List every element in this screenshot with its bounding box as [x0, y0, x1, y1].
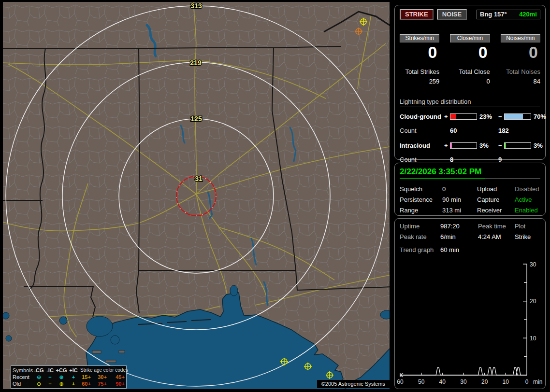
y-tick-10: 10: [530, 335, 536, 342]
y-tick-20: 20: [530, 298, 536, 305]
status-panel: 2/22/2026 3:35:02 PM Squelch 0 Upload Di…: [394, 163, 546, 216]
age-code-30: 30+: [93, 374, 111, 380]
cg-count-label: Count: [400, 127, 450, 134]
minus-icon: −: [45, 380, 55, 387]
circle-minus-icon: ⊖: [33, 374, 45, 380]
persistence-value: 90 min: [442, 196, 477, 203]
cg-positive-bar-fill: [450, 114, 456, 119]
age-code-60: 60+: [79, 380, 93, 387]
ic-negative-count: 9: [498, 156, 540, 163]
receiver-status: Enabled: [515, 207, 540, 214]
close-per-min-button[interactable]: Close/min: [450, 34, 490, 42]
age-code-90: 90+: [111, 380, 129, 387]
legend-col-pos-cg: +CG: [55, 367, 68, 374]
circle-plus-icon: ⊕: [55, 374, 68, 380]
squelch-value: 0: [442, 185, 477, 193]
intracloud-label: Intracloud: [400, 142, 444, 149]
app-window: 313 219 125 31: [0, 0, 550, 392]
uptime-label: Uptime: [400, 223, 440, 230]
trend-panel: Uptime 987:20 Peak time Plot Peak rate 6…: [394, 218, 546, 389]
datetime-display: 2/22/2026 3:35:02 PM: [400, 167, 485, 179]
circle-plus-icon: ⊕: [55, 380, 68, 387]
strike-toggle-button[interactable]: STRIKE: [400, 9, 434, 20]
y-tick-30: 30: [530, 261, 536, 268]
symbols-legend: Symbols -CG -IC +CG +IC Strike age color…: [11, 365, 127, 389]
plus-icon: +: [68, 380, 79, 387]
cg-negative-count: 182: [498, 127, 540, 134]
cg-positive-count: 60: [450, 127, 498, 134]
x-tick-30: 30: [460, 378, 467, 385]
x-tick-0: 0: [525, 378, 529, 385]
minus-sign: −: [498, 113, 504, 120]
plus-icon: +: [68, 374, 79, 380]
total-strikes-label: Total Strikes: [400, 68, 439, 75]
cg-negative-bar-fill: [505, 114, 523, 119]
legend-col-neg-cg: -CG: [33, 367, 45, 374]
x-tick-10: 10: [503, 378, 509, 385]
total-close-label: Total Close: [450, 68, 490, 75]
minus-icon: −: [45, 374, 55, 380]
legend-col-neg-ic: -IC: [45, 367, 55, 374]
ring-label-219: 219: [190, 59, 202, 67]
total-close-value: 0: [450, 78, 490, 85]
x-axis-unit: min: [533, 378, 542, 385]
trend-graph-label: Trend graph: [400, 246, 440, 253]
noises-per-min-button[interactable]: Noises/min: [501, 34, 540, 42]
map-canvas: 313 219 125 31: [3, 2, 390, 389]
bearing-value: Bng 157°: [480, 11, 507, 18]
upload-label: Upload: [477, 185, 515, 193]
close-per-min-value: 0: [450, 44, 490, 60]
capture-label: Capture: [477, 196, 515, 203]
receiver-label: Receiver: [477, 207, 515, 214]
x-tick-40: 40: [439, 378, 446, 385]
peak-time-label: Peak time: [478, 223, 515, 230]
ring-label-125: 125: [190, 115, 202, 123]
cg-positive-pct: 23%: [477, 113, 498, 120]
peak-time-value: 4:24 AM: [478, 233, 515, 240]
ic-positive-pct: 3%: [477, 142, 498, 149]
lightning-map[interactable]: 313 219 125 31: [3, 2, 390, 389]
ic-negative-bar: [504, 142, 531, 149]
range-label: Range: [400, 207, 442, 214]
plus-sign: +: [444, 142, 450, 149]
legend-age-header: Strike age color codes: [79, 367, 129, 374]
counters-panel: STRIKE NOISE Bng 157° 420mi Strikes/min …: [394, 5, 546, 160]
capture-status: Active: [515, 196, 540, 203]
cg-positive-bar: [450, 113, 477, 120]
ic-positive-bar-fill: [450, 143, 452, 148]
circle-minus-icon: ⊖: [33, 380, 45, 387]
ring-label-313: 313: [190, 2, 202, 10]
legend-recent-label: Recent: [13, 374, 33, 380]
ic-negative-pct: 3%: [531, 142, 550, 149]
cg-negative-bar: [504, 113, 531, 120]
x-tick-50: 50: [418, 378, 425, 385]
peak-rate-value: 6/min: [440, 233, 478, 240]
bearing-readout: Bng 157° 420mi: [477, 10, 540, 19]
noises-per-min-value: 0: [501, 44, 540, 60]
minus-sign: −: [498, 142, 504, 149]
x-tick-60: 60: [397, 378, 404, 385]
cg-negative-pct: 70%: [531, 113, 550, 120]
uptime-value: 987:20: [440, 223, 478, 230]
strikes-per-min-value: 0: [400, 44, 439, 60]
strikes-per-min-button[interactable]: Strikes/min: [400, 34, 439, 42]
legend-old-label: Old: [13, 380, 33, 387]
total-noises-label: Total Noises: [501, 68, 540, 75]
age-code-15: 15+: [79, 374, 93, 380]
noise-toggle-button[interactable]: NOISE: [437, 9, 467, 20]
legend-col-pos-ic: +IC: [68, 367, 79, 374]
plus-sign: +: [444, 113, 450, 120]
x-tick-20: 20: [481, 378, 488, 385]
legend-symbols-header: Symbols: [13, 367, 33, 374]
ring-label-31: 31: [195, 175, 203, 182]
plot-value: Strike: [515, 233, 540, 240]
upload-status: Disabled: [515, 185, 540, 193]
bearing-distance: 420mi: [519, 11, 537, 18]
persistence-label: Persistence: [400, 196, 442, 203]
cloud-ground-label: Cloud-ground: [400, 113, 444, 120]
total-strikes-value: 259: [400, 78, 439, 85]
peak-rate-label: Peak rate: [400, 233, 440, 240]
range-value: 313 mi: [442, 207, 477, 214]
trend-window-value: 60 min: [440, 246, 478, 253]
age-code-75: 75+: [93, 380, 111, 387]
